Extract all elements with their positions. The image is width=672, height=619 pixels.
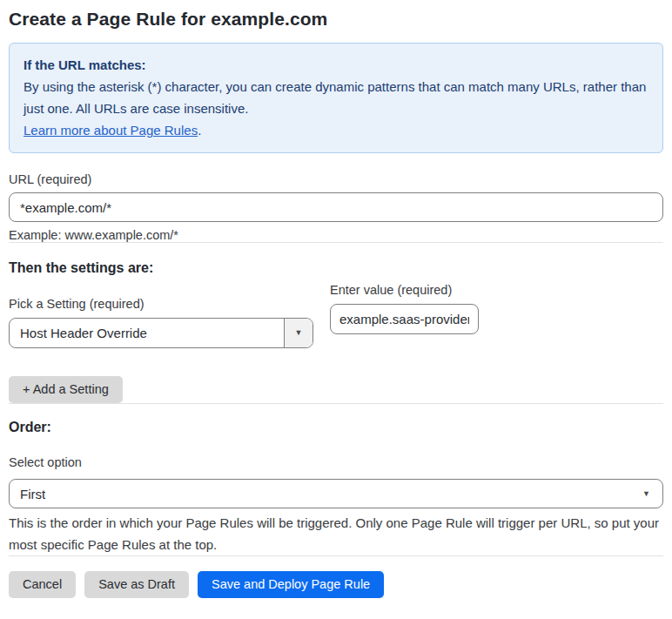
info-box-heading: If the URL matches: xyxy=(24,54,648,76)
learn-more-link[interactable]: Learn more about Page Rules xyxy=(24,123,198,138)
cancel-button[interactable]: Cancel xyxy=(9,571,76,598)
setting-value-input[interactable] xyxy=(330,304,479,334)
add-setting-button[interactable]: + Add a Setting xyxy=(9,376,123,403)
pick-setting-label: Pick a Setting (required) xyxy=(9,297,313,311)
divider xyxy=(9,555,663,556)
form-actions: Cancel Save as Draft Save and Deploy Pag… xyxy=(9,571,663,598)
chevron-down-icon: ▼ xyxy=(295,329,303,337)
divider xyxy=(9,242,663,243)
order-help-text: This is the order in which your Page Rul… xyxy=(9,512,663,555)
link-period: . xyxy=(198,123,201,138)
divider xyxy=(9,403,663,404)
url-label: URL (required) xyxy=(9,172,663,186)
setting-select-arrow-button[interactable]: ▼ xyxy=(284,319,312,347)
order-section-heading: Order: xyxy=(9,419,663,436)
settings-section-heading: Then the settings are: xyxy=(9,259,663,277)
chevron-down-icon: ▼ xyxy=(642,490,650,498)
setting-value-column: Enter value (required) xyxy=(330,283,479,334)
page-rule-form: Create a Page Rule for example.com If th… xyxy=(0,0,672,598)
setting-picker-column: Pick a Setting (required) Host Header Ov… xyxy=(9,277,313,348)
setting-select[interactable]: Host Header Override ▼ xyxy=(9,318,313,348)
order-select[interactable]: First ▼ xyxy=(9,479,663,508)
info-box-link-line: Learn more about Page Rules. xyxy=(24,119,648,141)
settings-row: Pick a Setting (required) Host Header Ov… xyxy=(9,277,663,348)
save-deploy-button[interactable]: Save and Deploy Page Rule xyxy=(198,571,384,598)
url-input[interactable] xyxy=(9,192,663,222)
setting-select-value: Host Header Override xyxy=(20,326,147,340)
save-draft-button[interactable]: Save as Draft xyxy=(84,571,189,598)
order-select-value: First xyxy=(20,487,45,501)
url-match-info-box: If the URL matches: By using the asteris… xyxy=(9,43,663,153)
info-box-body: By using the asterisk (*) character, you… xyxy=(24,76,648,119)
enter-value-label: Enter value (required) xyxy=(330,283,479,297)
page-title: Create a Page Rule for example.com xyxy=(9,7,663,30)
url-example-hint: Example: www.example.com/* xyxy=(9,228,663,242)
order-select-label: Select option xyxy=(9,455,663,469)
